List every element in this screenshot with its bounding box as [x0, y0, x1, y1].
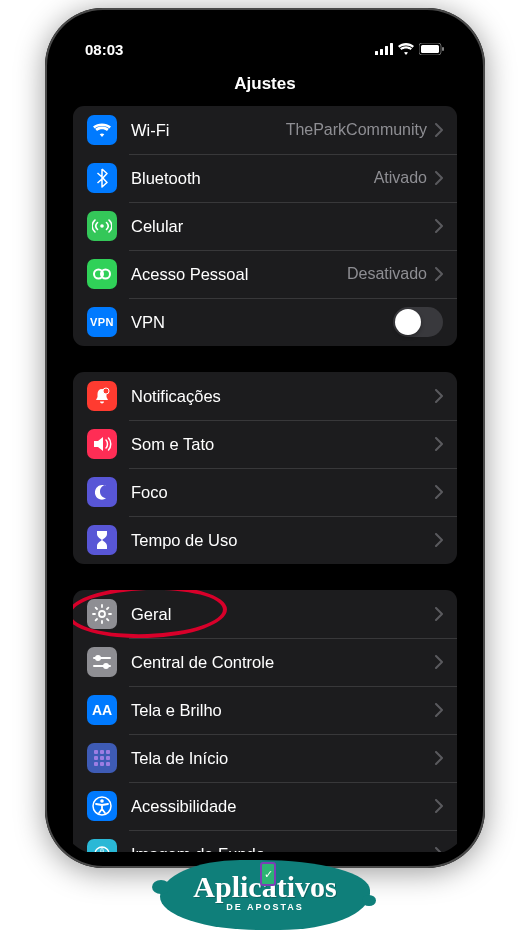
svg-point-15	[103, 663, 109, 669]
hotspot-icon	[87, 259, 117, 289]
row-notifications[interactable]: Notificações	[73, 372, 457, 420]
chevron-right-icon	[435, 703, 443, 717]
svg-point-11	[99, 611, 105, 617]
svg-rect-22	[94, 762, 98, 766]
chevron-right-icon	[435, 799, 443, 813]
sound-icon	[87, 429, 117, 459]
page-title: Ajustes	[57, 64, 473, 106]
svg-point-26	[100, 799, 104, 803]
phone-frame: 08:03 Ajustes	[45, 8, 485, 868]
row-bluetooth[interactable]: Bluetooth Ativado	[73, 154, 457, 202]
row-vpn[interactable]: VPN VPN	[73, 298, 457, 346]
svg-rect-3	[390, 43, 393, 55]
general-icon	[87, 599, 117, 629]
svg-rect-19	[94, 756, 98, 760]
row-controlcenter[interactable]: Central de Controle	[73, 638, 457, 686]
svg-rect-6	[442, 47, 444, 51]
svg-rect-23	[100, 762, 104, 766]
toggle-knob	[395, 309, 421, 335]
section-device: Geral Central de Controle AA Tela e Bril…	[73, 590, 457, 852]
svg-rect-0	[375, 51, 378, 55]
wifi-status-icon	[398, 43, 414, 55]
row-homescreen[interactable]: Tela de Início	[73, 734, 457, 782]
chevron-right-icon	[435, 533, 443, 547]
row-focus[interactable]: Foco	[73, 468, 457, 516]
row-label: Tela de Início	[131, 749, 435, 768]
row-display[interactable]: AA Tela e Brilho	[73, 686, 457, 734]
chevron-right-icon	[435, 437, 443, 451]
row-label: Acesso Pessoal	[131, 265, 347, 284]
svg-rect-2	[385, 46, 388, 55]
row-label: Notificações	[131, 387, 435, 406]
svg-rect-24	[106, 762, 110, 766]
row-general[interactable]: Geral	[73, 590, 457, 638]
svg-rect-20	[100, 756, 104, 760]
row-sound[interactable]: Som e Tato	[73, 420, 457, 468]
row-label: VPN	[131, 313, 393, 332]
brand-logo: ✓ Aplicativos DE APOSTAS	[145, 860, 385, 940]
svg-point-13	[95, 655, 101, 661]
row-label: Bluetooth	[131, 169, 374, 188]
row-value: Desativado	[347, 265, 427, 283]
controlcenter-icon	[87, 647, 117, 677]
status-time: 08:03	[85, 41, 145, 58]
row-screentime[interactable]: Tempo de Uso	[73, 516, 457, 564]
wifi-icon	[87, 115, 117, 145]
focus-icon	[87, 477, 117, 507]
row-label: Imagem de Fundo	[131, 845, 435, 853]
logo-phone-icon: ✓	[260, 862, 276, 886]
chevron-right-icon	[435, 655, 443, 669]
section-connectivity: Wi-Fi TheParkCommunity Bluetooth Ativado	[73, 106, 457, 346]
svg-rect-18	[106, 750, 110, 754]
display-icon: AA	[87, 695, 117, 725]
screentime-icon	[87, 525, 117, 555]
row-label: Central de Controle	[131, 653, 435, 672]
svg-rect-5	[421, 45, 439, 53]
svg-rect-21	[106, 756, 110, 760]
accessibility-icon	[87, 791, 117, 821]
row-label: Acessibilidade	[131, 797, 435, 816]
row-hotspot[interactable]: Acesso Pessoal Desativado	[73, 250, 457, 298]
svg-rect-1	[380, 49, 383, 55]
svg-point-7	[100, 224, 104, 228]
cellular-signal-icon	[375, 43, 393, 55]
row-accessibility[interactable]: Acessibilidade	[73, 782, 457, 830]
row-value: Ativado	[374, 169, 427, 187]
row-label: Celular	[131, 217, 435, 236]
chevron-right-icon	[435, 123, 443, 137]
svg-rect-16	[94, 750, 98, 754]
notifications-icon	[87, 381, 117, 411]
chevron-right-icon	[435, 485, 443, 499]
cellular-icon	[87, 211, 117, 241]
chevron-right-icon	[435, 267, 443, 281]
chevron-right-icon	[435, 389, 443, 403]
row-label: Foco	[131, 483, 435, 502]
section-alerts: Notificações Som e Tato Foco	[73, 372, 457, 564]
settings-list[interactable]: Wi-Fi TheParkCommunity Bluetooth Ativado	[57, 106, 473, 852]
svg-point-10	[103, 388, 109, 394]
chevron-right-icon	[435, 847, 443, 852]
chevron-right-icon	[435, 171, 443, 185]
vpn-icon: VPN	[87, 307, 117, 337]
homescreen-icon	[87, 743, 117, 773]
row-wifi[interactable]: Wi-Fi TheParkCommunity	[73, 106, 457, 154]
bluetooth-icon	[87, 163, 117, 193]
wallpaper-icon	[87, 839, 117, 852]
row-label: Som e Tato	[131, 435, 435, 454]
battery-icon	[419, 43, 445, 55]
row-label: Wi-Fi	[131, 121, 286, 140]
row-value: TheParkCommunity	[286, 121, 427, 139]
phone-screen: 08:03 Ajustes	[57, 20, 473, 856]
phone-notch	[165, 20, 365, 50]
row-cellular[interactable]: Celular	[73, 202, 457, 250]
logo-sub-text: DE APOSTAS	[193, 902, 336, 912]
row-label: Geral	[131, 605, 435, 624]
chevron-right-icon	[435, 751, 443, 765]
row-label: Tempo de Uso	[131, 531, 435, 550]
svg-rect-17	[100, 750, 104, 754]
row-label: Tela e Brilho	[131, 701, 435, 720]
vpn-toggle[interactable]	[393, 307, 443, 337]
status-indicators	[365, 43, 445, 55]
row-wallpaper[interactable]: Imagem de Fundo	[73, 830, 457, 852]
chevron-right-icon	[435, 607, 443, 621]
